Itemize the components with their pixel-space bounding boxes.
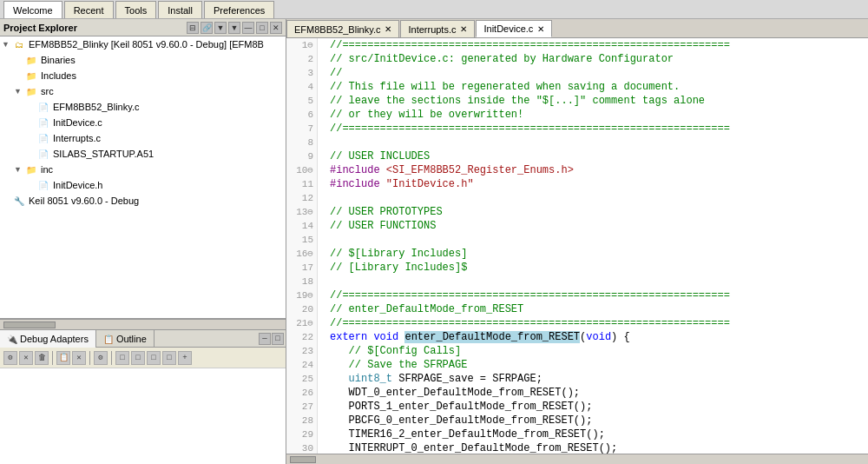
tab-tools[interactable]: Tools (115, 1, 157, 18)
project-explorer-title: Project Explorer (3, 23, 187, 33)
tree-arrow-startup-a51 (26, 149, 36, 158)
debug-icon-1[interactable]: ⚙ (3, 351, 17, 365)
line-numbers: 1⊖ 2 3 4 5 6 7 8 9 10⊖ 11 12 13⊖ 14 (286, 38, 318, 454)
interrupts-tab-close[interactable]: ✕ (460, 24, 467, 34)
tree-item-inc[interactable]: ▼ 📁 inc (0, 162, 286, 177)
tab-outline[interactable]: 📋 Outline (96, 330, 155, 348)
debug-icon-5[interactable]: ✕ (72, 351, 86, 365)
tree-item-interrupts-c[interactable]: 📄 Interrupts.c (0, 130, 286, 146)
editor-scrollbar-h[interactable] (286, 454, 868, 464)
blinky-tab-close[interactable]: ✕ (385, 24, 391, 34)
code-line-16: // $[Library Includes] (325, 247, 868, 261)
code-text-30: INTERRUPT_0_enter_DefaultMode_from_RESET… (325, 441, 617, 454)
editor-area: EFM8BB52_Blinky.c ✕ Interrupts.c ✕ InitD… (286, 19, 868, 464)
debug-icon-10[interactable]: □ (162, 351, 176, 365)
code-text-16: // $[Library Includes] (325, 247, 467, 261)
tree-arrow-keil (2, 196, 12, 205)
ln-29: 29 (286, 428, 317, 441)
collapse-all-icon[interactable]: ⊟ (187, 22, 199, 34)
debug-icon-8[interactable]: □ (131, 351, 145, 365)
ln-16: 16⊖ (286, 247, 317, 261)
tree-item-startup-a51[interactable]: 📄 SILABS_STARTUP.A51 (0, 146, 286, 162)
maximize-icon[interactable]: □ (256, 22, 268, 34)
tab-blinky-c[interactable]: EFM8BB52_Blinky.c ✕ (286, 20, 399, 37)
tab-debug-adapters[interactable]: 🔌 Debug Adapters (0, 330, 96, 348)
initdevice-c-icon: 📄 (36, 116, 50, 129)
tree-label-inc: inc (41, 164, 53, 175)
tree-label-initdevice-h: InitDevice.h (53, 180, 102, 190)
tree-label-project: EFM8BB52_Blinky [Keil 8051 v9.60.0 - Deb… (29, 39, 264, 50)
code-text-8 (325, 136, 336, 149)
link-editor-icon[interactable]: 🔗 (201, 22, 213, 34)
code-text-11: #include "InitDevice.h" (325, 177, 474, 191)
tree-item-src[interactable]: ▼ 📁 src (0, 83, 286, 99)
ln-30: 30 (286, 441, 317, 454)
tree-item-includes[interactable]: 📁 Includes (0, 68, 286, 83)
code-text-25: uint8_t SFRPAGE_save = SFRPAGE; (325, 372, 542, 386)
code-line-6: // or they will be overwritten! (325, 108, 868, 122)
initdevice-tab-close[interactable]: ✕ (537, 24, 544, 34)
debug-icon-2[interactable]: ✕ (19, 351, 33, 365)
keil-icon: 🔧 (12, 195, 26, 207)
ln-26: 26 (286, 386, 317, 400)
ln-15: 15 (286, 233, 317, 247)
tab-initdevice-c[interactable]: InitDevice.c ✕ (476, 20, 552, 37)
tab-install[interactable]: Install (158, 1, 202, 18)
interrupts-tab-label: Interrupts.c (408, 24, 456, 35)
code-text-12 (325, 191, 336, 205)
ln-22: 22 (286, 330, 317, 344)
minimize-icon[interactable]: — (242, 22, 254, 34)
tree-label-blinky-c: EFM8BB52_Blinky.c (53, 102, 139, 112)
ln-5: 5 (286, 94, 317, 108)
code-line-7: //======================================… (325, 122, 868, 136)
ln-13: 13⊖ (286, 205, 317, 219)
debug-icon-4[interactable]: 📋 (56, 351, 70, 365)
code-line-14: // USER FUNCTIONS (325, 219, 868, 233)
tree-label-binaries: Binaries (41, 55, 76, 65)
tree-item-blinky-c[interactable]: 📄 EFM8BB52_Blinky.c (0, 99, 286, 115)
initdevice-h-icon: 📄 (36, 179, 50, 191)
code-line-3: // (325, 66, 868, 80)
tab-interrupts-c[interactable]: Interrupts.c ✕ (400, 20, 475, 37)
debug-icon-9[interactable]: □ (147, 351, 161, 365)
code-text-7: //======================================… (325, 122, 730, 136)
code-line-26: WDT_0_enter_DefaultMode_from_RESET(); (325, 386, 868, 400)
ln-9: 9 (286, 149, 317, 163)
code-text-21: //======================================… (325, 316, 730, 330)
tab-welcome[interactable]: Welcome (3, 1, 62, 18)
tab-recent[interactable]: Recent (64, 1, 114, 18)
code-line-15 (325, 233, 868, 247)
code-line-27: PORTS_1_enter_DefaultMode_from_RESET(); (325, 400, 868, 414)
debug-icon-6[interactable]: ⚙ (94, 351, 108, 365)
ln-25: 25 (286, 372, 317, 386)
filter-icon[interactable]: ▼ (214, 22, 227, 34)
tree-scrollbar[interactable] (0, 319, 286, 329)
tree-item-initdevice-h[interactable]: 📄 InitDevice.h (0, 177, 286, 193)
ln-28: 28 (286, 414, 317, 428)
ln-20: 20 (286, 302, 317, 316)
debug-adapters-label: Debug Adapters (20, 334, 89, 344)
debug-icon-3[interactable]: 🗑 (35, 351, 49, 365)
close-panel-icon[interactable]: ✕ (270, 22, 282, 34)
code-line-30: INTERRUPT_0_enter_DefaultMode_from_RESET… (325, 441, 868, 454)
code-lines: //======================================… (318, 38, 868, 454)
tree-label-src: src (41, 86, 54, 96)
tree-item-initdevice-c[interactable]: 📄 InitDevice.c (0, 115, 286, 130)
code-text-15 (325, 233, 336, 247)
code-editor[interactable]: 1⊖ 2 3 4 5 6 7 8 9 10⊖ 11 12 13⊖ 14 (286, 38, 868, 454)
debug-icon-7[interactable]: □ (115, 351, 129, 365)
tree-label-keil: Keil 8051 v9.60.0 - Debug (29, 196, 139, 206)
menu-icon[interactable]: ▼ (228, 22, 240, 34)
tree-label-startup-a51: SILABS_STARTUP.A51 (53, 149, 154, 159)
tree-item-project[interactable]: ▼ 🗂 EFM8BB52_Blinky [Keil 8051 v9.60.0 -… (0, 36, 286, 52)
bottom-minimize-icon[interactable]: — (259, 333, 271, 345)
tab-preferences[interactable]: Preferences (204, 1, 274, 18)
debug-icon-11[interactable]: + (178, 351, 192, 365)
tree-arrow-binaries (14, 56, 24, 64)
tree-item-binaries[interactable]: 📁 Binaries (0, 52, 286, 68)
bottom-maximize-icon[interactable]: □ (272, 333, 284, 345)
code-text-27: PORTS_1_enter_DefaultMode_from_RESET(); (325, 400, 592, 414)
tree-arrow-interrupts-c (26, 134, 36, 143)
interrupts-c-icon: 📄 (36, 132, 50, 144)
tree-item-keil[interactable]: 🔧 Keil 8051 v9.60.0 - Debug (0, 193, 286, 209)
